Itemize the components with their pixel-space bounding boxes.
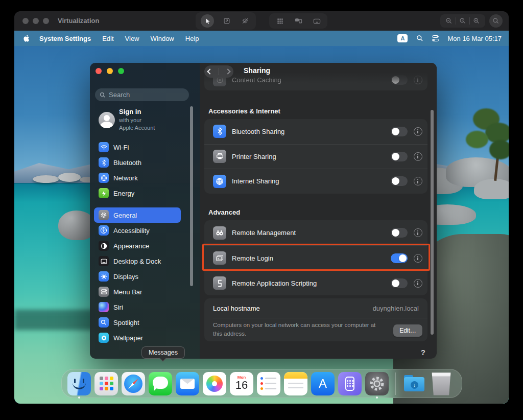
- wallpaper-rock: [33, 175, 59, 183]
- dock-item-reminders[interactable]: [257, 372, 280, 395]
- sidebar-item-energy[interactable]: Energy: [94, 185, 181, 201]
- dock-item-trash[interactable]: [430, 372, 453, 395]
- brightness-icon: [99, 271, 109, 282]
- sidebar-item-label: General: [113, 212, 137, 219]
- remote-login-toggle[interactable]: [391, 253, 408, 263]
- sign-in-row[interactable]: Sign in with your Apple Account: [99, 108, 155, 132]
- sign-in-subtitle: with your Apple Account: [119, 116, 155, 132]
- sidebar-item-desktop-dock[interactable]: Desktop & Dock: [94, 253, 181, 269]
- forward-icon[interactable]: [225, 68, 231, 74]
- zoom-in-icon[interactable]: [471, 16, 482, 26]
- system-settings-icon: [365, 372, 389, 395]
- info-icon[interactable]: [414, 152, 422, 161]
- dock-item-downloads[interactable]: ↓: [402, 372, 426, 395]
- info-icon[interactable]: [414, 177, 422, 185]
- dock-item-app-store[interactable]: A: [311, 372, 335, 395]
- pointer-tool-icon[interactable]: [201, 14, 214, 28]
- row-label: Remote Management: [232, 229, 296, 237]
- dock-item-launchpad[interactable]: [94, 372, 118, 395]
- menu-item-edit[interactable]: Edit: [97, 35, 119, 42]
- vm-screen: System Settings Edit View Window Help A …: [14, 31, 509, 404]
- menu-item-app[interactable]: System Settings: [39, 35, 97, 42]
- row-bluetooth-sharing: Bluetooth Sharing: [204, 119, 427, 144]
- app-grid-icon[interactable]: [274, 15, 286, 27]
- menu-item-window[interactable]: Window: [145, 35, 180, 42]
- dock-item-messages[interactable]: [149, 372, 172, 395]
- search-input[interactable]: Search: [95, 88, 189, 101]
- sidebar-item-general[interactable]: General: [94, 207, 181, 223]
- dock-item-photos[interactable]: [203, 372, 226, 395]
- row-label: Printer Sharing: [232, 153, 276, 160]
- row-remote-application-scripting: Remote Application Scripting: [204, 270, 427, 295]
- info-icon[interactable]: [414, 76, 422, 84]
- content-caching-toggle[interactable]: [391, 75, 408, 85]
- remote-application-scripting-toggle[interactable]: [391, 278, 408, 288]
- globe-icon: [213, 175, 226, 188]
- zoom-separator: [456, 17, 456, 25]
- control-center-icon[interactable]: [432, 35, 439, 41]
- magnifier-icon: [99, 317, 109, 328]
- dock-item-iphone-mirroring[interactable]: [338, 372, 362, 395]
- search-zoom-icon[interactable]: [489, 14, 503, 28]
- sidebar-item-bluetooth[interactable]: Bluetooth: [94, 155, 181, 170]
- downloads-folder-icon: ↓: [402, 372, 426, 395]
- help-button[interactable]: ?: [421, 348, 425, 357]
- dock-item-mail[interactable]: [176, 372, 199, 395]
- vm-toolbar: [14, 11, 509, 31]
- wallpaper-rock: [474, 179, 509, 199]
- menu-item-help[interactable]: Help: [180, 35, 205, 42]
- input-source-icon[interactable]: A: [397, 34, 408, 42]
- info-icon[interactable]: [414, 228, 422, 237]
- dock-item-safari[interactable]: [122, 372, 145, 395]
- printer-sharing-toggle[interactable]: [391, 152, 408, 161]
- layers-muted-icon[interactable]: [240, 15, 251, 27]
- internet-sharing-toggle[interactable]: [391, 176, 408, 186]
- sidebar-item-label: Accessibility: [113, 227, 150, 235]
- dock-item-system-settings[interactable]: [365, 372, 389, 395]
- script-icon: [213, 276, 226, 290]
- sidebar-item-wifi[interactable]: Wi-Fi: [94, 139, 181, 155]
- hostname-value: duynghien.local: [373, 305, 419, 312]
- vm-window: Virtualization: [14, 11, 509, 404]
- sidebar-item-label: Network: [113, 174, 138, 182]
- row-internet-sharing: Internet Sharing: [204, 169, 427, 194]
- spotlight-search-icon[interactable]: [416, 35, 423, 42]
- menu-bar-clock[interactable]: Mon 16 Mar 05:17: [447, 35, 502, 42]
- resize-tool-icon[interactable]: [221, 15, 232, 27]
- zoom-actual-icon[interactable]: [457, 16, 468, 26]
- sidebar-item-menu-bar[interactable]: Menu Bar: [94, 284, 181, 299]
- apple-menu-icon[interactable]: [22, 34, 30, 42]
- row-label: Remote Application Scripting: [232, 279, 317, 287]
- info-icon[interactable]: [414, 279, 422, 288]
- energy-bolt-icon: [99, 188, 109, 198]
- sidebar-item-appearance[interactable]: Appearance: [94, 238, 181, 253]
- edit-hostname-button[interactable]: Edit…: [393, 324, 422, 337]
- minimize-button[interactable]: [107, 68, 113, 74]
- sidebar-item-displays[interactable]: Displays: [94, 269, 181, 284]
- sidebar-item-siri[interactable]: Siri: [94, 299, 181, 315]
- remote-management-toggle[interactable]: [391, 228, 408, 238]
- main-scrollbar[interactable]: [431, 110, 434, 335]
- sidebar-item-network[interactable]: Network: [94, 170, 181, 185]
- sidebar-item-accessibility[interactable]: Accessibility: [94, 223, 181, 238]
- window-layout-icon[interactable]: [293, 15, 304, 27]
- close-button[interactable]: [96, 68, 102, 74]
- sidebar-scrollbar[interactable]: [190, 106, 193, 286]
- menu-item-view[interactable]: View: [120, 35, 145, 42]
- info-icon[interactable]: [414, 254, 422, 263]
- back-icon[interactable]: [207, 68, 212, 74]
- dock-item-notes[interactable]: [284, 372, 307, 395]
- zoom-button[interactable]: [118, 68, 124, 74]
- vm-zoom-controls: [440, 14, 503, 28]
- accessibility-icon: [99, 225, 109, 236]
- dock-item-calendar[interactable]: Mon 16: [230, 372, 253, 395]
- bluetooth-sharing-toggle[interactable]: [391, 127, 408, 136]
- info-icon[interactable]: [414, 127, 422, 136]
- sidebar-item-wallpaper[interactable]: Wallpaper: [94, 330, 181, 345]
- dock-item-finder[interactable]: [67, 372, 91, 395]
- printer-icon: [213, 150, 226, 163]
- sidebar-item-spotlight[interactable]: Spotlight: [94, 315, 181, 330]
- display-icon[interactable]: [311, 15, 322, 27]
- zoom-out-icon[interactable]: [443, 16, 455, 26]
- row-label: Bluetooth Sharing: [232, 128, 284, 135]
